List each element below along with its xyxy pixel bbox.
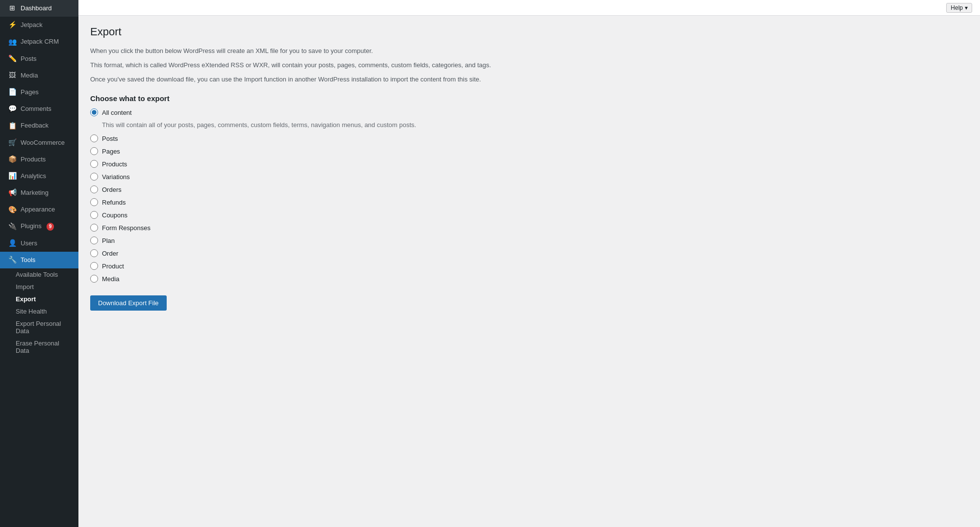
sidebar-item-label: Pages: [21, 88, 39, 97]
sidebar-item-label: Dashboard: [21, 4, 52, 13]
products-icon: 📦: [8, 155, 17, 164]
feedback-icon: 📋: [8, 121, 17, 130]
radio-variations-label: Variations: [102, 173, 130, 181]
sidebar-item-label: Jetpack: [21, 21, 43, 29]
radio-option-media[interactable]: Media: [90, 275, 968, 283]
comments-icon: 💬: [8, 105, 17, 113]
sidebar-item-tools[interactable]: 🔧 Tools: [0, 252, 78, 268]
sidebar-item-label: Jetpack CRM: [21, 37, 59, 46]
sidebar: ⊞ Dashboard ⚡ Jetpack 👥 Jetpack CRM ✏️ P…: [0, 0, 78, 527]
help-label: Help: [951, 4, 963, 11]
sidebar-item-jetpack[interactable]: ⚡ Jetpack: [0, 17, 78, 33]
topbar: Help ▾: [78, 0, 980, 16]
radio-product[interactable]: [90, 262, 98, 270]
submenu-item-site-health[interactable]: Site Health: [0, 305, 78, 317]
sidebar-item-appearance[interactable]: 🎨 Appearance: [0, 201, 78, 218]
radio-posts-label: Posts: [102, 135, 118, 142]
help-button[interactable]: Help ▾: [946, 3, 972, 13]
radio-form-responses-label: Form Responses: [102, 224, 151, 232]
radio-pages-label: Pages: [102, 148, 120, 155]
sidebar-item-label: Tools: [21, 256, 35, 264]
sidebar-item-analytics[interactable]: 📊 Analytics: [0, 168, 78, 184]
radio-media-label: Media: [102, 275, 119, 283]
radio-option-form-responses[interactable]: Form Responses: [90, 224, 968, 232]
radio-option-order[interactable]: Order: [90, 249, 968, 257]
submenu-item-import[interactable]: Import: [0, 281, 78, 293]
radio-posts[interactable]: [90, 134, 98, 142]
radio-option-plan[interactable]: Plan: [90, 237, 968, 244]
woocommerce-icon: 🛒: [8, 138, 17, 147]
radio-option-coupons[interactable]: Coupons: [90, 211, 968, 219]
description-3: Once you've saved the download file, you…: [90, 75, 968, 85]
radio-order[interactable]: [90, 249, 98, 257]
radio-orders[interactable]: [90, 185, 98, 193]
sidebar-item-media[interactable]: 🖼 Media: [0, 67, 78, 84]
page-title: Export: [90, 26, 968, 38]
description-1: When you click the button below WordPres…: [90, 46, 968, 56]
help-chevron-icon: ▾: [965, 4, 968, 11]
posts-icon: ✏️: [8, 54, 17, 63]
sidebar-item-feedback[interactable]: 📋 Feedback: [0, 117, 78, 134]
radio-pages[interactable]: [90, 147, 98, 155]
radio-media[interactable]: [90, 275, 98, 283]
sidebar-item-label: Feedback: [21, 121, 49, 130]
sidebar-item-users[interactable]: 👤 Users: [0, 235, 78, 252]
jetpack-crm-icon: 👥: [8, 37, 17, 46]
radio-refunds[interactable]: [90, 198, 98, 206]
media-icon: 🖼: [8, 71, 17, 80]
sidebar-item-label: Users: [21, 239, 37, 248]
sidebar-item-jetpack-crm[interactable]: 👥 Jetpack CRM: [0, 33, 78, 50]
radio-option-product[interactable]: Product: [90, 262, 968, 270]
submenu-item-available-tools[interactable]: Available Tools: [0, 268, 78, 281]
plugins-badge: 9: [47, 223, 54, 231]
sidebar-item-label: Plugins: [21, 222, 42, 231]
radio-products-label: Products: [102, 160, 127, 168]
radio-option-orders[interactable]: Orders: [90, 185, 968, 193]
sidebar-item-label: WooCommerce: [21, 138, 65, 147]
sidebar-item-pages[interactable]: 📄 Pages: [0, 84, 78, 101]
sidebar-item-marketing[interactable]: 📢 Marketing: [0, 184, 78, 201]
submenu-item-erase-personal-data[interactable]: Erase Personal Data: [0, 337, 78, 357]
submenu-item-export-personal-data[interactable]: Export Personal Data: [0, 317, 78, 337]
sidebar-item-dashboard[interactable]: ⊞ Dashboard: [0, 0, 78, 17]
sidebar-item-comments[interactable]: 💬 Comments: [0, 101, 78, 117]
radio-product-label: Product: [102, 263, 124, 270]
radio-coupons[interactable]: [90, 211, 98, 219]
users-icon: 👤: [8, 239, 17, 248]
main-area: Help ▾ Export When you click the button …: [78, 0, 980, 527]
radio-all-content-label: All content: [102, 109, 132, 116]
sidebar-item-woocommerce[interactable]: 🛒 WooCommerce: [0, 134, 78, 151]
sidebar-item-label: Media: [21, 71, 38, 80]
submenu-item-export[interactable]: Export: [0, 293, 78, 305]
radio-option-refunds[interactable]: Refunds: [90, 198, 968, 206]
sidebar-item-products[interactable]: 📦 Products: [0, 151, 78, 168]
radio-products[interactable]: [90, 160, 98, 168]
section-title: Choose what to export: [90, 94, 968, 103]
jetpack-icon: ⚡: [8, 21, 17, 29]
radio-variations[interactable]: [90, 173, 98, 181]
radio-option-variations[interactable]: Variations: [90, 173, 968, 181]
pages-icon: 📄: [8, 88, 17, 97]
sidebar-item-label: Analytics: [21, 172, 46, 181]
radio-plan-label: Plan: [102, 237, 115, 244]
radio-order-label: Order: [102, 250, 118, 257]
sidebar-item-label: Comments: [21, 105, 51, 113]
radio-option-all-content[interactable]: All content: [90, 108, 968, 116]
radio-orders-label: Orders: [102, 186, 122, 193]
radio-option-pages[interactable]: Pages: [90, 147, 968, 155]
radio-option-products[interactable]: Products: [90, 160, 968, 168]
all-content-description: This will contain all of your posts, pag…: [102, 121, 968, 129]
radio-plan[interactable]: [90, 237, 98, 244]
radio-all-content[interactable]: [90, 108, 98, 116]
radio-option-posts[interactable]: Posts: [90, 134, 968, 142]
sidebar-item-label: Appearance: [21, 205, 55, 214]
radio-form-responses[interactable]: [90, 224, 98, 232]
sidebar-item-label: Marketing: [21, 188, 49, 197]
dashboard-icon: ⊞: [8, 4, 17, 13]
analytics-icon: 📊: [8, 172, 17, 181]
sidebar-item-plugins[interactable]: 🔌 Plugins 9: [0, 218, 78, 235]
sidebar-item-label: Products: [21, 155, 46, 164]
sidebar-item-posts[interactable]: ✏️ Posts: [0, 51, 78, 67]
download-export-button[interactable]: Download Export File: [90, 295, 167, 311]
marketing-icon: 📢: [8, 188, 17, 197]
